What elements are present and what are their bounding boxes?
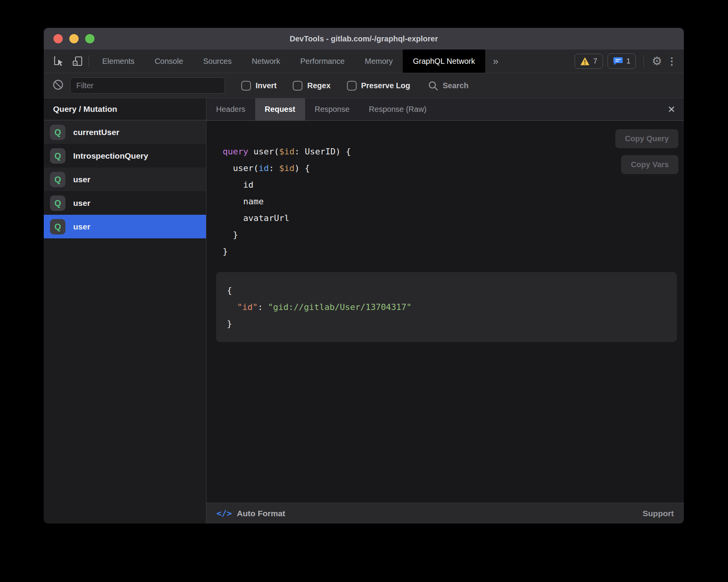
copy-query-button[interactable]: Copy Query: [615, 129, 678, 148]
detail-footer: </> Auto Format Support: [206, 503, 684, 524]
query-list-item[interactable]: QIntrospectionQuery: [44, 144, 206, 168]
query-list-item[interactable]: Quser: [44, 191, 206, 215]
search-icon: [428, 80, 438, 91]
customize-menu-icon[interactable]: ⋮: [667, 55, 677, 67]
message-bubble-icon: [613, 56, 623, 66]
query-name-label: IntrospectionQuery: [73, 151, 148, 161]
devtools-tab-bar: ElementsConsoleSourcesNetworkPerformance…: [44, 50, 684, 73]
query-name-label: user: [73, 222, 90, 231]
tabbar-right-controls: 7 1 ⚙ ⋮: [575, 50, 684, 73]
code-line: {: [227, 282, 666, 299]
copy-buttons: Copy Query Copy Vars: [615, 129, 678, 174]
query-type-badge: Q: [50, 125, 65, 140]
query-type-badge: Q: [50, 172, 65, 187]
tab-graphql-network[interactable]: GraphQL Network: [403, 50, 485, 73]
zoom-window-button[interactable]: [85, 34, 94, 43]
warnings-badge[interactable]: 7: [575, 54, 603, 69]
checkbox-box[interactable]: [241, 81, 251, 91]
more-tabs-chevron-icon[interactable]: »: [485, 50, 506, 73]
panel-tabs: ElementsConsoleSourcesNetworkPerformance…: [92, 50, 485, 73]
close-window-button[interactable]: [53, 34, 63, 43]
checkbox-invert[interactable]: Invert: [241, 81, 276, 91]
code-line: "id": "gid://gitlab/User/13704317": [227, 299, 666, 315]
toolbar-separator: [89, 55, 89, 67]
checkbox-label: Regex: [307, 81, 330, 90]
variables-box: { "id": "gid://gitlab/User/13704317"}: [216, 272, 677, 342]
query-name-label: user: [73, 199, 90, 208]
device-toolbar-icon[interactable]: [69, 53, 86, 69]
minimize-window-button[interactable]: [69, 34, 79, 43]
filter-bar: InvertRegexPreserve Log Search: [44, 73, 684, 98]
graphql-query-code[interactable]: query user($id: UserID) { user(id: $id) …: [223, 143, 678, 260]
tab-console[interactable]: Console: [144, 50, 193, 73]
checkbox-label: Invert: [256, 81, 276, 90]
clear-block-icon[interactable]: [52, 79, 64, 92]
query-list-sidebar: Query / Mutation QcurrentUserQIntrospect…: [44, 98, 206, 524]
issues-badge[interactable]: 1: [608, 53, 636, 69]
toolbar-icons: [44, 50, 86, 73]
checkbox-box[interactable]: [293, 81, 302, 91]
auto-format-control[interactable]: </> Auto Format: [216, 508, 285, 518]
query-type-badge: Q: [50, 148, 65, 164]
desktop-background: DevTools - gitlab.com/-/graphql-explorer: [0, 0, 728, 582]
query-list-item[interactable]: QcurrentUser: [44, 120, 206, 144]
detail-tab-response[interactable]: Response: [305, 98, 359, 120]
devtools-window: DevTools - gitlab.com/-/graphql-explorer: [44, 28, 684, 524]
query-name-label: user: [73, 175, 90, 184]
warnings-count: 7: [593, 57, 598, 65]
query-type-badge: Q: [50, 195, 65, 211]
support-link[interactable]: Support: [643, 509, 674, 518]
window-title: DevTools - gitlab.com/-/graphql-explorer: [44, 34, 684, 43]
tab-performance[interactable]: Performance: [290, 50, 355, 73]
detail-tabs: HeadersRequestResponseResponse (Raw): [206, 98, 436, 120]
detail-tab-headers[interactable]: Headers: [206, 98, 255, 120]
variables-json-code[interactable]: { "id": "gid://gitlab/User/13704317"}: [227, 282, 666, 332]
search-control[interactable]: Search: [428, 80, 469, 91]
code-brackets-icon: </>: [216, 508, 232, 518]
checkbox-preserve-log[interactable]: Preserve Log: [347, 81, 410, 91]
detail-pane: HeadersRequestResponseResponse (Raw) ✕ C…: [206, 98, 684, 524]
tab-sources[interactable]: Sources: [193, 50, 242, 73]
query-list-item[interactable]: Quser: [44, 215, 206, 238]
detail-tab-response-raw[interactable]: Response (Raw): [359, 98, 436, 120]
checkbox-box[interactable]: [347, 81, 357, 91]
copy-vars-button[interactable]: Copy Vars: [621, 155, 678, 174]
sidebar-header: Query / Mutation: [44, 98, 206, 120]
warning-triangle-icon: [580, 57, 590, 66]
auto-format-label: Auto Format: [237, 509, 285, 518]
tab-elements[interactable]: Elements: [92, 50, 144, 73]
tabbar-right-separator: [644, 55, 644, 67]
code-line: user(id: $id) {: [223, 160, 678, 176]
inspect-element-icon[interactable]: [51, 53, 67, 69]
search-label: Search: [443, 81, 469, 90]
filter-checkboxes: InvertRegexPreserve Log: [225, 81, 410, 91]
checkbox-label: Preserve Log: [361, 81, 410, 90]
code-line: query user($id: UserID) {: [223, 143, 678, 160]
close-detail-icon[interactable]: ✕: [659, 98, 684, 120]
filter-input[interactable]: [70, 77, 225, 94]
detail-tab-bar: HeadersRequestResponseResponse (Raw) ✕: [206, 98, 684, 121]
code-line: name: [223, 193, 678, 210]
tab-memory[interactable]: Memory: [355, 50, 403, 73]
title-bar: DevTools - gitlab.com/-/graphql-explorer: [44, 28, 684, 50]
code-line: }: [223, 226, 678, 243]
traffic-lights: [53, 34, 94, 43]
code-line: }: [223, 243, 678, 260]
query-name-label: currentUser: [73, 128, 119, 137]
query-list: QcurrentUserQIntrospectionQueryQuserQuse…: [44, 120, 206, 238]
query-list-item[interactable]: Quser: [44, 168, 206, 191]
tab-network[interactable]: Network: [242, 50, 290, 73]
request-content: Copy Query Copy Vars query user($id: Use…: [206, 121, 684, 503]
code-line: avatarUrl: [223, 210, 678, 226]
query-type-badge: Q: [50, 219, 65, 235]
issues-count: 1: [627, 57, 631, 65]
main-area: Query / Mutation QcurrentUserQIntrospect…: [44, 98, 684, 524]
detail-tab-request[interactable]: Request: [255, 98, 305, 120]
checkbox-regex[interactable]: Regex: [293, 81, 330, 91]
settings-gear-icon[interactable]: ⚙: [652, 55, 662, 67]
code-line: id: [223, 176, 678, 193]
code-line: }: [227, 315, 666, 332]
